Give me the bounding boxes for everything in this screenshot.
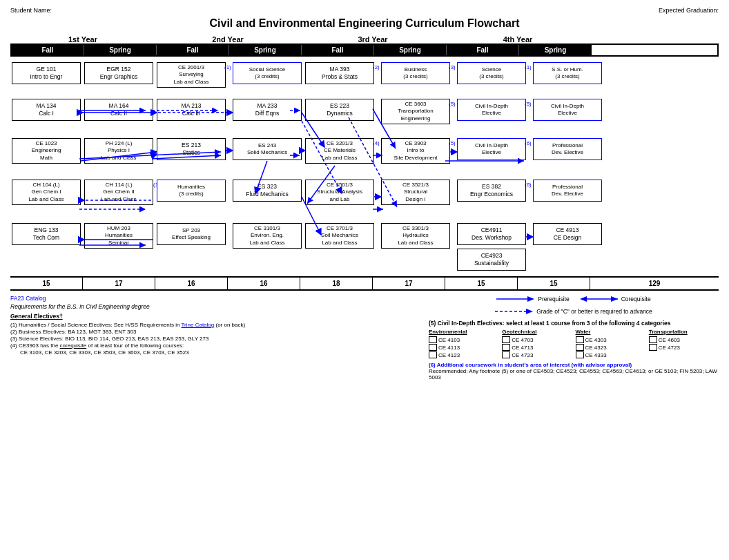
svg-marker-35 [527,296,534,302]
water-ce4303: CE 4303 [576,336,645,343]
checkbox-ce4703 [502,336,510,343]
credits-bar: 15 17 16 16 18 17 15 15 129 [10,276,719,291]
prereq-legend: Prerequisite [496,295,569,303]
credits-3: 16 [155,278,228,289]
course-es213: ES 213Statics [157,138,226,160]
env-header: Environmental [429,329,498,335]
civil-indepth-title: (5) Civil In-Depth Electives: select at … [429,320,719,327]
checkbox-ce4303 [576,336,584,343]
trans-ce4723: CE 4723 [649,344,719,351]
course-ma134: MA 134Calc I [12,99,81,121]
course-ma164: MA 164Calc II [84,99,153,121]
graduation-label: Expected Graduation: [659,7,719,14]
num-4: (4) [373,140,380,146]
num-6a: (6) [525,140,532,146]
course-ce3201: CE 3201/3CE MaterialsLab and Class [305,138,374,164]
sem-header-spring1: Spring [84,45,157,55]
num-1-ss: (1) [224,64,231,70]
course-ch114: CH 114 (L)Gen Chem IILab and Class [84,180,153,205]
grade-note: Grade of "C" or better is required to ad… [536,308,652,315]
svg-marker-38 [611,296,618,302]
form-header: Student Name: Expected Graduation: [10,7,719,14]
checkbox-ce4713 [502,344,510,351]
sem-header-fall1: Fall [12,45,84,55]
course-civindep-5a: Civil In-DepthElective [457,99,526,121]
year-headers: 1st Year 2nd Year 3rd Year 4th Year [10,35,719,44]
course-ce4923: CE4923Sustainability [457,249,526,271]
trans-header: Transportation [649,329,719,335]
sem-header-fall3: Fall [302,45,374,55]
env-ce4113: CE 4113 [429,344,498,351]
coreq-arrow [580,295,618,303]
course-ss: Social Science(3 credits) [233,62,302,84]
legend-row: Prerequisite Corequisite [429,295,719,303]
course-ce3101: CE 3101/3Environ. Eng.Lab and Class [233,223,302,249]
course-ph224: PH 224 (L)Physics ILab and Class [84,138,153,164]
note-4a: (4) CE3903 has the corequisite of at lea… [10,342,415,349]
additional-note-text: Recommended: Any footnote (5) or one of … [429,368,717,380]
prereq-label: Prerequisite [538,296,569,302]
year-2-label: 2nd Year [155,35,300,44]
year-1-label: 1st Year [10,35,155,44]
checkbox-ce4113 [429,344,437,351]
page-title: Civil and Environmental Engineering Curr… [10,17,719,30]
course-ce4913: CE 4913CE Design [533,223,602,245]
elective-geotechnical: Geotechnical CE 4703 CE 4713 CE 4723 [502,329,572,358]
water-ce4333: CE 4333 [576,351,645,358]
course-es323: ES 323Fluid Mechanics [233,180,302,202]
course-ce3501: CE 3501/3Structural Analysisand Lab [305,180,374,205]
additional-note-title: (6) Additional coursework in student's a… [429,362,632,368]
checkbox-ce4723b [649,344,657,351]
checkbox-ce4333 [576,351,584,358]
course-ma213: MA 213Calc III [157,99,226,121]
course-ma233: MA 233Diff Eqns [233,99,302,121]
sem-header-fall2: Fall [157,45,229,55]
course-ce3301: CE 3301/3HydraulicsLab and Class [381,223,450,249]
course-sp203: SP 203Effect Speaking [157,223,226,245]
elective-transportation: Transportation CE 4603 CE 4723 [649,329,719,358]
note-3: (3) Science Electives: BIO 113, BIO 114,… [10,336,415,342]
page: Student Name: Expected Graduation: Civil… [0,0,729,387]
credits-4: 16 [228,278,300,289]
course-ce1023: CE 1023EngineeringMath [12,138,81,164]
num-5c: (5) [449,140,456,146]
course-profdev-6a: ProfessionalDev. Elective [533,138,602,160]
env-ce4123: CE 4123 [429,351,498,358]
course-science: Science(3 credits) [457,62,526,84]
num-5b: (5) [525,101,532,107]
course-egr152: EGR 152Engr Graphics [84,62,153,84]
additional-note: (6) Additional coursework in student's a… [429,362,719,380]
num-3-sci: (3) [449,64,456,70]
flowchart: GE 101Intro to Engr EGR 152Engr Graphics… [10,59,719,273]
num-1-sshum: (1) [525,64,532,70]
svg-marker-40 [526,309,533,314]
course-ge101: GE 101Intro to Engr [12,62,81,84]
num-6b: (6) [525,182,532,188]
degree-label: Requirements for the B.S. in Civil Engin… [10,303,415,310]
elective-environmental: Environmental CE 4103 CE 4113 CE 4123 [429,329,498,358]
course-business: Business(3 credits) [381,62,450,84]
credits-total: 129 [590,278,719,289]
credits-8: 15 [518,278,590,289]
course-profdev-6b: ProfessionalDev. Elective [533,180,602,202]
course-ce3603: CE 3603TransportationEngineering [381,99,450,124]
geo-header: Geotechnical [502,329,572,335]
course-humanities: Humanities(3 credits) [157,180,226,202]
course-ch104: CH 104 (L)Gen Chem ILab and Class [12,180,81,205]
dashed-arrow [495,307,533,316]
student-name-label: Student Name: [10,7,52,14]
semester-headers: Fall Spring Fall Spring Fall Spring Fall… [10,44,719,57]
sem-header-spring2: Spring [229,45,302,55]
checkbox-ce4723 [502,351,510,358]
coreq-legend: Corequisite [580,295,651,303]
course-es243: ES 243Solid Mechanics [233,138,302,160]
course-eng133: ENG 133Tech Com [12,223,81,245]
sem-header-spring4: Spring [519,45,592,55]
course-civindep-5c: Civil In-DepthElective [457,138,526,160]
note-4b: CE 3103, CE 3203, CE 3303, CE 3503, CE 3… [10,349,415,356]
credits-5: 18 [300,278,373,289]
credits-2: 17 [83,278,155,289]
elective-water: Water CE 4303 CE 4323 CE 4333 [576,329,645,358]
catalog-label: FA23 Catalog [10,295,415,302]
prereq-arrow [496,295,534,303]
